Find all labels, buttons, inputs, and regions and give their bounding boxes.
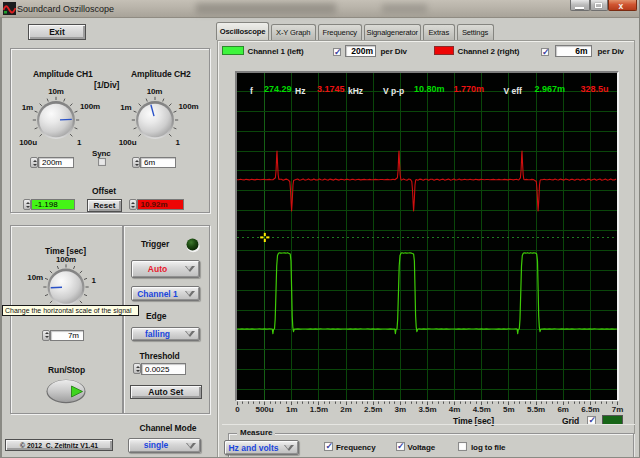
svg-text:1.770m: 1.770m [454,84,485,94]
svg-text:328.5u: 328.5u [581,84,609,94]
svg-text:V eff: V eff [504,86,523,96]
svg-text:10.80m: 10.80m [414,84,445,94]
svg-text:274.29: 274.29 [264,84,292,94]
svg-text:f: f [250,86,253,96]
svg-text:2.967m: 2.967m [535,84,566,94]
svg-text:V p-p: V p-p [383,86,404,96]
svg-text:kHz: kHz [348,86,363,96]
svg-text:Hz: Hz [295,86,305,96]
svg-text:3.1745: 3.1745 [317,84,345,94]
